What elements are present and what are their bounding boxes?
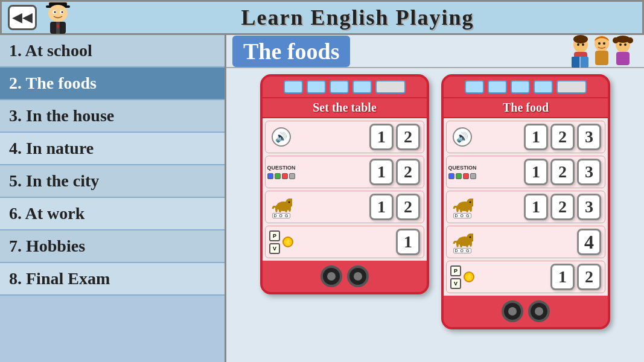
bus-window: [556, 80, 587, 94]
content-area: The foods: [226, 35, 644, 362]
sidebar-item-at-school[interactable]: 1. At school: [0, 35, 225, 68]
number-badges-right-2: 1 2 3: [479, 159, 601, 185]
dot-blue: [267, 173, 273, 179]
dog-icon: [270, 195, 292, 212]
bus-left-title: Set the table: [263, 97, 427, 118]
number-badge-4[interactable]: 4: [577, 229, 601, 255]
pv-indicator-left: P V ⭐: [269, 230, 293, 254]
number-badges-left-3: 1 2: [298, 194, 420, 220]
svg-rect-16: [572, 57, 580, 68]
number-badge-2[interactable]: 2: [396, 194, 420, 220]
p-icon[interactable]: P: [269, 230, 280, 241]
dog-label-text: D O G: [453, 248, 472, 253]
svg-point-21: [603, 42, 605, 45]
number-badge-1[interactable]: 1: [396, 229, 420, 255]
svg-point-14: [582, 43, 584, 46]
svg-point-28: [624, 43, 626, 46]
svg-point-35: [285, 206, 287, 212]
color-dots: [448, 173, 476, 179]
bus-window: [534, 80, 553, 94]
number-badges-right-4: 4: [479, 229, 601, 255]
bus-the-food: The food 🔊 1 2 3: [441, 74, 610, 329]
bus-top-windows-right: [444, 77, 608, 97]
number-badge-1[interactable]: 1: [524, 159, 548, 185]
question-indicator-right: QUESTION: [450, 165, 474, 179]
number-badge-1[interactable]: 1: [369, 159, 394, 185]
dog-label-group: D O G: [451, 195, 473, 218]
dog-indicator-left: D O G: [269, 195, 293, 218]
header: ◀◀ Learn English Playing: [0, 0, 644, 35]
number-badge-3[interactable]: 3: [577, 159, 601, 185]
bus-wheel-left-2: [347, 265, 369, 287]
kids-illustration: [566, 35, 638, 71]
sidebar-item-hobbies[interactable]: 7. Hobbies: [0, 230, 225, 263]
number-badge-2[interactable]: 2: [396, 124, 420, 150]
v-icon[interactable]: V: [450, 278, 461, 289]
sound-icon[interactable]: 🔊: [272, 127, 291, 147]
svg-point-44: [470, 206, 472, 212]
sound-button-right[interactable]: 🔊: [450, 127, 474, 147]
svg-rect-23: [616, 52, 630, 65]
number-badge-2[interactable]: 2: [550, 194, 575, 220]
number-badge-2[interactable]: 2: [577, 264, 601, 290]
number-badge-1[interactable]: 1: [550, 264, 575, 290]
bus-row-pv-right: P V ⭐ 1 2: [446, 261, 605, 293]
p-icon[interactable]: P: [450, 265, 461, 276]
question-content: QUESTION: [267, 165, 296, 179]
back-button[interactable]: ◀◀: [8, 5, 37, 30]
sound-icon[interactable]: 🔊: [453, 127, 472, 147]
sidebar: 1. At school 2. The foods 3. In the hous…: [0, 35, 226, 362]
sidebar-item-in-the-house[interactable]: 3. In the house: [0, 100, 225, 133]
bus-set-the-table: Set the table 🔊 1 2: [260, 74, 429, 294]
number-badge-1[interactable]: 1: [524, 194, 548, 220]
bus-window: [488, 80, 507, 94]
svg-point-32: [289, 202, 290, 203]
bus-window: [511, 80, 530, 94]
sound-button-left[interactable]: 🔊: [269, 127, 293, 147]
bus-window: [330, 80, 349, 94]
number-badges-right-5: 1 2: [479, 264, 601, 290]
color-dots: [267, 173, 295, 179]
bus-right-rows: 🔊 1 2 3 QUESTION: [444, 118, 608, 296]
number-badge-3[interactable]: 3: [577, 194, 601, 220]
bus-row-pv-left: P V ⭐ 1: [265, 226, 424, 258]
sidebar-item-the-foods[interactable]: 2. The foods: [0, 68, 225, 100]
svg-point-6: [62, 11, 63, 13]
v-icon[interactable]: V: [269, 243, 280, 254]
back-icon: ◀◀: [12, 10, 33, 25]
number-badge-2[interactable]: 2: [396, 159, 420, 185]
question-content: QUESTION: [448, 165, 477, 179]
number-badge-2[interactable]: 2: [550, 159, 575, 185]
question-indicator-left: QUESTION: [269, 165, 293, 179]
main-layout: 1. At school 2. The foods 3. In the hous…: [0, 35, 644, 362]
dog-icon: [451, 195, 473, 212]
pv-icons: P V: [269, 230, 280, 254]
sidebar-item-in-nature[interactable]: 4. In nature: [0, 133, 225, 165]
number-badge-1[interactable]: 1: [369, 124, 394, 150]
number-badge-2[interactable]: 2: [550, 124, 575, 150]
number-badge-1[interactable]: 1: [369, 194, 394, 220]
pv-star-group: P V ⭐: [450, 265, 474, 289]
svg-point-5: [54, 11, 56, 13]
app-title: Learn English Playing: [79, 5, 636, 30]
number-badges-right-3: 1 2 3: [479, 194, 601, 220]
number-badges-left-2: 1 2: [298, 159, 420, 185]
sidebar-item-final-exam[interactable]: 8. Final Exam: [0, 263, 225, 296]
bus-row-dog4-right: D O G 4: [446, 226, 605, 258]
bus-row-question-left: QUESTION 1 2: [265, 156, 424, 188]
sidebar-item-at-work[interactable]: 6. At work: [0, 198, 225, 230]
content-header: The foods: [226, 35, 644, 68]
svg-point-12: [573, 35, 588, 43]
bus-row-question-right: QUESTION 1 2: [446, 156, 605, 188]
pv-icons: P V: [450, 265, 461, 289]
bus-window: [352, 80, 372, 94]
bus-window: [375, 80, 406, 94]
sidebar-item-in-the-city[interactable]: 5. In the city: [0, 165, 225, 198]
number-badge-1[interactable]: 1: [524, 124, 548, 150]
svg-point-52: [470, 241, 472, 247]
dog4-indicator-right: D O G: [450, 230, 474, 253]
svg-point-40: [470, 202, 471, 203]
bus-bottom-right: [444, 296, 608, 327]
number-badge-3[interactable]: 3: [577, 124, 601, 150]
bus-row-dog-left: D O G 1 2: [265, 191, 424, 223]
